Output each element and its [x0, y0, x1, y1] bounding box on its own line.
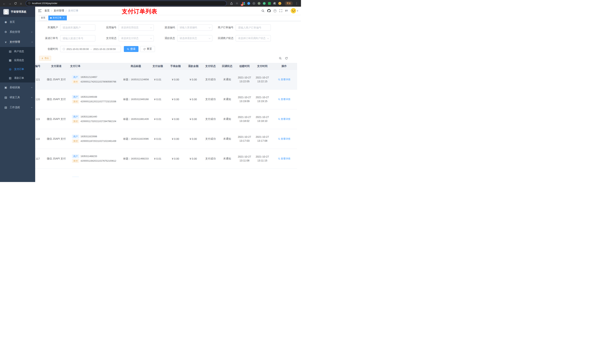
filter-row-1: 所属商户 应用编号 请选择应用信息 渠道编码 请输入渠道编码 [39, 24, 297, 31]
extension-olive-icon[interactable] [257, 2, 261, 5]
date-line: 2021-10-27 [236, 135, 253, 139]
sidebar-item-infra[interactable]: ▣ 基础设施 › [0, 83, 35, 93]
grid-icon: ▦ [8, 59, 12, 62]
col-id[interactable]: 编号 [35, 63, 44, 70]
extension-drop-icon[interactable] [247, 2, 250, 5]
table-search-toggle-icon[interactable] [279, 57, 282, 60]
close-icon[interactable]: × [62, 17, 65, 19]
owner-merchant-input-field[interactable] [63, 26, 93, 29]
col-channel[interactable]: 支付渠道 [44, 63, 68, 70]
reset-button[interactable]: 重置 [140, 46, 155, 52]
select-placeholder: 请输入渠道编码 [180, 26, 209, 29]
col-created[interactable]: 创建时间 [236, 63, 253, 70]
view-detail-link[interactable]: 查看详情 [278, 157, 290, 160]
table-row[interactable]: 120 微信 JSAPI 支付 商户1635311949168 支付420000… [35, 89, 297, 109]
channel-order-no-input-field[interactable] [63, 37, 93, 40]
cell-title: 标题：1635311949168 [123, 89, 149, 109]
col-status[interactable]: 支付状态 [202, 63, 219, 70]
search-button[interactable]: 搜索 [124, 46, 139, 52]
tag-home[interactable]: 首页 [39, 16, 47, 20]
chrome-update-button[interactable]: 更新 [285, 1, 293, 6]
profile-avatar-icon[interactable] [278, 2, 281, 5]
menu-label: 商户信息 [14, 50, 24, 53]
table-row[interactable]: 121 微信 JSAPI 支付 商户1635312124657 支付420000… [35, 70, 297, 89]
breadcrumb-home[interactable]: 首页 [44, 9, 50, 12]
cell-channel: 微信 JSAPI 支付 [44, 89, 68, 109]
extension-dark-icon[interactable] [252, 2, 256, 5]
share-icon[interactable] [229, 1, 234, 6]
col-notify[interactable]: 回调状态 [219, 63, 236, 70]
channel-code-select[interactable]: 请输入渠道编码 [177, 24, 212, 31]
col-order[interactable]: 支付订单 [68, 63, 123, 70]
view-detail-link[interactable]: 查看详情 [278, 117, 290, 121]
user-avatar[interactable]: ▾ [291, 8, 298, 13]
filter-create-time: 创建时间 2021-10-01 00:00:00 - 2021-10-31 23… [39, 46, 155, 52]
sidebar-item-devtools[interactable]: ▨ 研发工具 › [0, 93, 35, 103]
channel-order-no-input[interactable] [60, 35, 95, 42]
menu-label: 研发工具 [10, 96, 20, 99]
owner-merchant-input[interactable] [60, 24, 95, 31]
chrome-menu-icon[interactable]: ⋮ [294, 1, 299, 6]
view-detail-link[interactable]: 查看详情 [278, 78, 290, 81]
col-refund[interactable]: 退款金额 [184, 63, 202, 70]
tag-pay-order[interactable]: 支付订单 × [48, 16, 67, 20]
sidebar-item-system[interactable]: ⚙ 系统管理 › [0, 27, 35, 37]
create-time-range-picker[interactable]: 2021-10-01 00:00:00 - 2021-10-31 23:59:5… [60, 46, 121, 52]
reload-icon[interactable] [13, 1, 18, 6]
view-detail-link[interactable]: 查看详情 [278, 98, 290, 101]
breadcrumb-separator: / [66, 9, 66, 12]
view-detail-link[interactable]: 查看详情 [278, 137, 290, 141]
sidebar-item-pay-order[interactable]: ◎ 支付订单 [0, 65, 35, 74]
sidebar-item-app-info[interactable]: ▦ 应用信息 [0, 56, 35, 65]
sidebar-item-merchant-info[interactable]: ▤ 商户信息 [0, 47, 35, 56]
col-paid[interactable]: 支付时间 [253, 63, 271, 70]
cell-refund: ¥ 0.00 [184, 149, 202, 168]
extensions-puzzle-icon[interactable] [273, 2, 276, 5]
extension-check-icon[interactable]: ✓ [262, 2, 266, 5]
merchant-order-no-input-field[interactable] [238, 26, 269, 29]
col-amount[interactable]: 支付金额 [149, 63, 167, 70]
notify-status-select[interactable]: 请选择订单回调商户状态 [236, 35, 271, 42]
cell-order: 商户1635311823086 支付4200001167202110271022… [68, 129, 123, 149]
pay-order-no: 4200001194202110276752100612 [81, 159, 116, 163]
menu-label: 应用信息 [14, 59, 24, 62]
export-button[interactable]: 导出 [39, 56, 51, 61]
home-icon[interactable]: ⌂ [19, 1, 23, 6]
sidebar-item-workflow[interactable]: ▧ 工作流程 › [0, 103, 35, 113]
refund-status-select[interactable]: 请选择退款状态 [177, 35, 212, 42]
cell-paid: 2021-10-2713:17:08 [253, 129, 271, 149]
table-refresh-icon[interactable] [285, 57, 288, 60]
sidebar-item-pay[interactable]: ¥ 支付管理 › [0, 37, 35, 47]
sidebar-item-home[interactable]: ◉ 首页 [0, 17, 35, 27]
extensions-tray: 10 ✓ [241, 2, 282, 5]
font-size-icon[interactable]: TT [285, 9, 288, 12]
table-row[interactable]: 117 微信 JSAPI 支付 商户1635311468233 支付420000… [35, 149, 297, 168]
forward-icon[interactable]: → [7, 1, 12, 6]
extension-green-icon[interactable] [268, 2, 271, 5]
github-icon[interactable] [267, 9, 271, 12]
sidebar-item-refund-order[interactable]: ▥ 退款订单 [0, 74, 35, 83]
app-no-select[interactable]: 请选择应用信息 [119, 24, 154, 31]
extension-grid-icon[interactable]: 10 [242, 2, 245, 5]
bookmark-star-icon[interactable]: ☆ [235, 1, 239, 6]
table-row-partial[interactable]: 商户1635311157736 [35, 168, 297, 177]
col-fee[interactable]: 手续金额 [167, 63, 184, 70]
address-bar[interactable]: ⓘ localhost:1024/pay/order [26, 1, 226, 6]
breadcrumb-pay[interactable]: 支付管理 [54, 9, 64, 12]
hamburger-icon[interactable] [38, 9, 42, 12]
table-row[interactable]: 118 微信 JSAPI 支付 商户1635311823086 支付420000… [35, 129, 297, 149]
search-icon[interactable] [261, 9, 265, 12]
fullscreen-icon[interactable] [279, 9, 282, 12]
site-info-icon[interactable]: ⓘ [28, 2, 31, 5]
col-action[interactable]: 操作 [271, 63, 297, 70]
pay-status-select[interactable]: 请选择支付状态 [119, 35, 154, 42]
merchant-order-no-input[interactable] [236, 24, 271, 31]
col-title[interactable]: 商品标题 [123, 63, 149, 70]
back-icon[interactable]: ← [2, 1, 7, 6]
cell-created: 2021-10-2713:19:09 [236, 89, 253, 109]
cell-order: 商户1635312124657 支付4200001174202110278060… [68, 70, 123, 89]
merchant-order-no: 1635311881440 [81, 115, 97, 119]
help-icon[interactable]: ? [273, 9, 277, 12]
filter-channel-code: 渠道编码 请输入渠道编码 [156, 24, 215, 31]
table-row[interactable]: 119 微信 JSAPI 支付 商户1635311881440 支付420000… [35, 109, 297, 129]
